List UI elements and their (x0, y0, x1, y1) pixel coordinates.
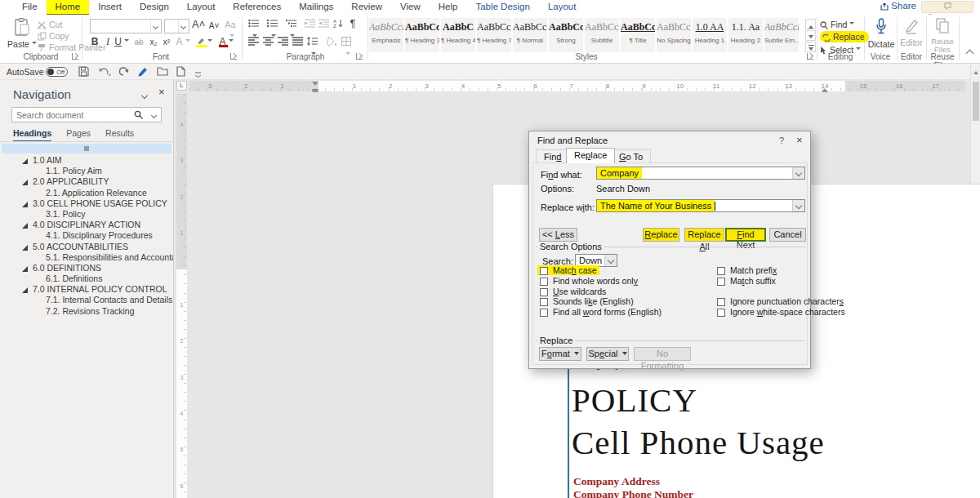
chevron-down-icon[interactable] (178, 20, 189, 33)
ribbon-tab-home[interactable]: Home (47, 0, 90, 16)
checkbox-box[interactable] (717, 298, 725, 306)
style-emphasis[interactable]: AaBbCcLEmphasis (369, 18, 403, 52)
dictate-button[interactable]: Dictate (866, 18, 897, 52)
copy-button[interactable]: Copy (38, 31, 69, 42)
nav-item-7-0-internal-policy-control[interactable]: 7.0 INTERNAL POLICY CONTROL (0, 284, 173, 295)
doc-line[interactable]: Company Address (573, 475, 693, 488)
checkbox-sounds-like-english[interactable]: Sounds like (English) (540, 296, 634, 307)
ribbon-tab-design[interactable]: Design (131, 0, 178, 14)
nav-item-2-0-applicability[interactable]: 2.0 APPLICABILITY (0, 176, 173, 187)
doc-contact-lines[interactable]: Company AddressCompany Phone NumberCompa… (573, 475, 693, 498)
style-heading-4[interactable]: AaBbC¶ Heading 4 (441, 18, 475, 52)
tab-replace[interactable]: Replace (566, 148, 615, 163)
font-dialog-launcher[interactable] (230, 53, 237, 60)
numbering-button[interactable] (265, 19, 278, 31)
search-dropdown-chevron-icon[interactable] (151, 113, 157, 118)
strikethrough-button[interactable]: ab (132, 36, 145, 48)
checkbox-box[interactable] (540, 298, 548, 306)
style-strong[interactable]: AaBbCcIStrong (549, 18, 583, 52)
checkbox-find-all-word-forms-english[interactable]: Find all word forms (English) (540, 307, 662, 318)
tab-go-to[interactable]: Go To (611, 149, 651, 162)
styles-scroll-up-button[interactable] (805, 19, 816, 29)
nav-item-6-0-definitions[interactable]: 6.0 DEFINITIONS (0, 263, 173, 273)
new-document-button[interactable] (176, 66, 185, 78)
bullets-button[interactable] (247, 19, 260, 31)
align-center-button[interactable] (261, 37, 274, 49)
nav-item-7-1-internal-contacts-and-details[interactable]: 7.1. Internal Contacts and Details (0, 295, 173, 305)
redo-button[interactable] (118, 66, 129, 78)
checkbox-box[interactable] (540, 288, 548, 296)
save-button[interactable] (78, 66, 89, 78)
search-icon[interactable] (134, 110, 143, 121)
align-left-button[interactable] (247, 37, 260, 49)
chevron-down-icon[interactable] (604, 255, 617, 266)
doc-line[interactable]: Company Phone Number (573, 488, 693, 498)
decrease-indent-button[interactable] (303, 19, 316, 31)
ribbon-tab-review[interactable]: Review (342, 0, 391, 14)
cancel-button[interactable]: Cancel (769, 228, 806, 242)
checkbox-box[interactable] (540, 267, 548, 275)
nav-item-7-2-revisions-tracking[interactable]: 7.2. Revisions Tracking (0, 306, 173, 317)
style-subtle-em[interactable]: AaBbCcLSubtle Em... (764, 18, 799, 52)
doc-title-line1[interactable]: POLICY (572, 380, 697, 420)
draw-pen-button[interactable] (137, 66, 149, 78)
nav-item-1-0-aim[interactable]: 1.0 AIM (0, 155, 173, 166)
open-folder-button[interactable] (157, 66, 168, 78)
nav-item-1-1-policy-aim[interactable]: 1.1. Policy Aim (0, 166, 173, 176)
nav-item-5-1-responsibilities-and-accountabilities[interactable]: 5.1. Responsibilities and Accountabiliti… (0, 252, 173, 263)
find-what-value[interactable]: Company (597, 167, 642, 179)
font-color-button[interactable]: A (217, 36, 235, 48)
style-subtitle[interactable]: AaBbCcDSubtitle (585, 18, 619, 52)
show-marks-button[interactable]: ¶ (346, 18, 359, 30)
replace-with-value[interactable]: The Name of Your Business (597, 200, 715, 211)
style-heading-3[interactable]: AaBbCc¶ Heading 3 (405, 18, 439, 52)
styles-scroll-down-button[interactable] (805, 30, 816, 41)
less-button[interactable]: << Less (539, 228, 577, 242)
qat-overflow-button[interactable] (194, 69, 202, 79)
search-box[interactable] (11, 107, 162, 122)
paragraph-dialog-launcher[interactable] (356, 53, 363, 60)
undo-button[interactable] (98, 66, 111, 78)
style-heading-7[interactable]: AaBbCcI¶ Heading 7 (477, 18, 511, 52)
vertical-ruler[interactable]: 4321123456 (176, 94, 187, 498)
subscript-button[interactable]: x₂ (147, 36, 160, 48)
replace-all-button[interactable]: Replace All (684, 228, 724, 242)
replace-button[interactable]: Replace (643, 228, 679, 242)
format-button[interactable]: Format (539, 347, 581, 361)
shading-button[interactable] (325, 37, 338, 49)
clipboard-dialog-launcher[interactable] (72, 53, 78, 60)
style-heading-1[interactable]: 1.0 AAHeading 1 (693, 18, 727, 52)
line-spacing-button[interactable] (305, 37, 318, 49)
ribbon-tab-view[interactable]: View (391, 0, 430, 14)
ribbon-tab-help[interactable]: Help (430, 0, 467, 14)
nav-selected-item[interactable] (2, 144, 172, 153)
underline-button[interactable]: U (113, 36, 131, 48)
checkbox-box[interactable] (717, 309, 725, 317)
tab-selector[interactable]: L (176, 81, 187, 91)
shrink-font-button[interactable]: A˅ (207, 20, 220, 32)
checkbox-find-whole-words-only[interactable]: Find whole words only (540, 276, 638, 287)
special-button[interactable]: Special (586, 347, 629, 361)
change-case-button[interactable]: Aa (222, 19, 238, 31)
comments-button[interactable]: Comments (921, 1, 973, 13)
ribbon-tab-insert[interactable]: Insert (89, 0, 131, 14)
styles-dialog-launcher[interactable] (807, 53, 813, 60)
navigation-options-chevron-icon[interactable] (141, 92, 148, 99)
dialog-close-button[interactable]: × (796, 134, 803, 146)
find-next-button[interactable]: Find Next (725, 228, 766, 242)
checkbox-match-case[interactable]: Match case (540, 265, 599, 276)
checkbox-match-suffix[interactable]: Match suffix (717, 276, 776, 287)
find-what-combo[interactable]: Company (596, 167, 805, 180)
justify-button[interactable] (291, 37, 304, 49)
no-formatting-button[interactable]: No Formatting (634, 347, 691, 361)
font-size-combo[interactable] (164, 19, 189, 33)
chevron-down-icon[interactable] (792, 200, 804, 211)
checkbox-match-prefix[interactable]: Match prefix (717, 265, 777, 276)
font-name-combo[interactable] (90, 19, 162, 33)
search-input[interactable] (16, 109, 131, 120)
ribbon-tab-table-design[interactable]: Table Design (466, 0, 538, 14)
multilevel-list-button[interactable] (284, 19, 297, 31)
ribbon-tab-references[interactable]: References (224, 0, 290, 14)
nav-item-5-0-accountabilities[interactable]: 5.0 ACCOUNTABILITIES (0, 242, 173, 252)
checkbox-ignore-white-space-characters[interactable]: Ignore white-space characters (717, 307, 845, 318)
